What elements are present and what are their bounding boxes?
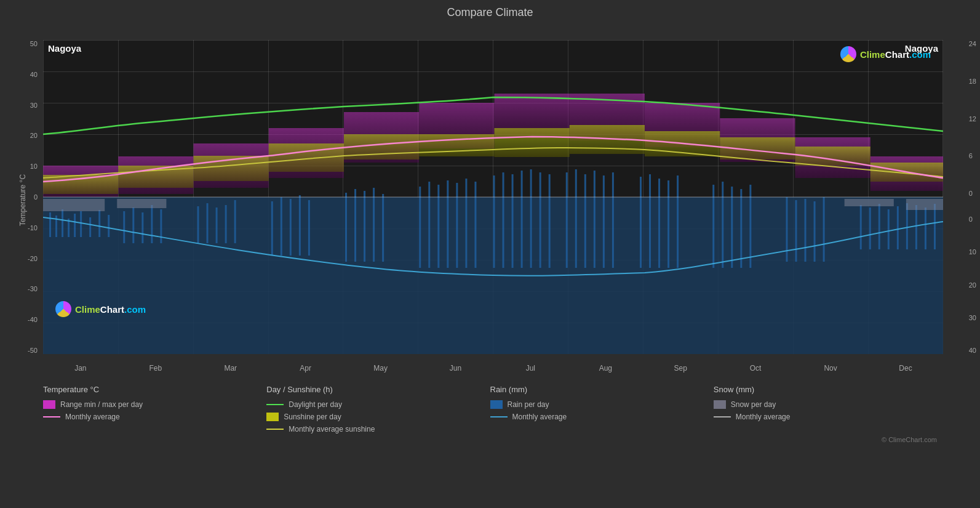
legend-swatch-range	[43, 400, 55, 409]
svg-rect-7	[80, 211, 82, 237]
logo-icon-top	[840, 46, 856, 62]
legend-label-snow-per-day: Snow per day	[731, 400, 776, 409]
svg-rect-35	[456, 183, 458, 268]
svg-rect-4	[62, 209, 63, 237]
svg-rect-28	[364, 191, 365, 262]
svg-rect-47	[584, 174, 586, 268]
svg-rect-8	[89, 217, 91, 237]
x-tick-mar: Mar	[224, 364, 237, 373]
svg-rect-74	[934, 204, 936, 249]
y-tick-6: 6	[966, 152, 975, 159]
svg-rect-50	[612, 172, 614, 268]
svg-rect-101	[117, 199, 166, 208]
svg-rect-72	[915, 205, 917, 249]
logo-icon-bottom	[55, 301, 71, 317]
y-tick--20: -20	[25, 255, 40, 262]
x-tick-may: May	[373, 364, 388, 373]
svg-rect-102	[845, 199, 894, 206]
legend-swatch-rain	[490, 400, 503, 409]
legend-col-snow: Snow (mm) Snow per day Monthly average	[714, 385, 937, 433]
svg-rect-10	[108, 215, 110, 237]
legend-swatch-sunshine	[266, 413, 279, 421]
svg-rect-19	[225, 205, 227, 243]
y-tick--30: -30	[25, 285, 40, 292]
legend-item-rain-per-day: Rain per day	[490, 400, 714, 409]
x-tick-nov: Nov	[824, 364, 837, 373]
svg-rect-15	[160, 209, 162, 243]
svg-rect-57	[722, 182, 723, 268]
logo-text-bottom: ClimeChart.com	[75, 304, 146, 315]
x-tick-feb: Feb	[149, 364, 162, 373]
legend-item-daylight: Daylight per day	[266, 400, 490, 409]
y-tick--50: -50	[25, 347, 40, 354]
svg-rect-71	[906, 203, 908, 249]
svg-rect-66	[860, 205, 862, 249]
city-label-left: Nagoya	[48, 43, 81, 54]
svg-rect-11	[123, 211, 125, 243]
svg-rect-27	[354, 189, 356, 262]
svg-rect-37	[474, 182, 476, 268]
legend-line-monthly-rain	[490, 416, 508, 417]
svg-rect-32	[428, 182, 430, 268]
svg-rect-73	[925, 208, 926, 249]
svg-rect-63	[805, 199, 807, 262]
y-tick--10: -10	[25, 224, 40, 232]
legend-line-monthly-snow	[714, 416, 731, 417]
x-tick-apr: Apr	[300, 364, 311, 373]
logo-top-right: ClimeChart.com	[840, 46, 931, 62]
y-tick-30-rain: 30	[966, 314, 979, 321]
svg-rect-14	[151, 205, 153, 243]
x-tick-sep: Sep	[674, 364, 687, 373]
svg-rect-20	[234, 200, 236, 243]
legend: Temperature °C Range min / max per day M…	[43, 385, 937, 433]
svg-rect-70	[897, 206, 899, 249]
svg-rect-6	[74, 214, 76, 237]
svg-rect-12	[132, 208, 134, 243]
y-tick-20: 20	[28, 132, 40, 139]
y-tick-10: 10	[28, 163, 40, 170]
svg-rect-52	[649, 174, 651, 268]
svg-rect-90	[269, 143, 344, 172]
svg-rect-61	[786, 197, 787, 262]
copyright: © ClimeChart.com	[0, 436, 937, 443]
y-tick-18: 18	[966, 78, 979, 85]
svg-rect-103	[906, 199, 943, 210]
y-tick-0: 0	[31, 193, 40, 201]
logo-text-top: ClimeChart.com	[860, 49, 931, 60]
legend-item-snow-per-day: Snow per day	[714, 400, 937, 409]
svg-rect-31	[419, 187, 421, 268]
y-tick-40-rain: 40	[966, 347, 979, 354]
legend-title-snow: Snow (mm)	[714, 385, 937, 394]
svg-rect-13	[141, 212, 143, 243]
x-tick-jan: Jan	[74, 364, 86, 373]
x-tick-aug: Aug	[599, 364, 612, 373]
svg-rect-64	[814, 201, 816, 262]
legend-label-monthly-avg-sun: Monthly average sunshine	[289, 425, 375, 433]
legend-col-rain: Rain (mm) Rain per day Monthly average	[490, 385, 714, 433]
x-tick-jun: Jun	[450, 364, 461, 373]
logo-bottom-left: ClimeChart.com	[55, 301, 146, 317]
svg-rect-17	[207, 203, 209, 243]
legend-item-range: Range min / max per day	[43, 400, 266, 409]
svg-rect-26	[345, 193, 347, 262]
svg-rect-29	[373, 188, 375, 262]
svg-rect-36	[465, 179, 467, 268]
y-tick-20-rain: 20	[966, 281, 979, 289]
svg-rect-65	[823, 197, 825, 262]
y-tick-0-rain: 0	[966, 216, 975, 223]
x-tick-oct: Oct	[750, 364, 762, 373]
page-title: Compare Climate	[0, 0, 980, 22]
y-label-temperature: Temperature °C	[18, 174, 27, 226]
svg-rect-43	[540, 172, 541, 268]
x-axis: Jan Feb Mar Apr May Jun Jul Aug Sep Oct …	[43, 354, 943, 379]
y-tick-30: 30	[28, 102, 40, 109]
svg-rect-45	[566, 172, 568, 268]
legend-label-range: Range min / max per day	[60, 400, 143, 409]
legend-line-daylight	[266, 404, 284, 405]
svg-rect-68	[878, 204, 880, 249]
legend-label-sunshine-per-day: Sunshine per day	[284, 413, 341, 421]
svg-rect-23	[290, 199, 292, 256]
svg-rect-39	[503, 172, 504, 268]
svg-rect-16	[197, 206, 199, 243]
legend-label-monthly-avg-temp: Monthly average	[65, 413, 120, 421]
